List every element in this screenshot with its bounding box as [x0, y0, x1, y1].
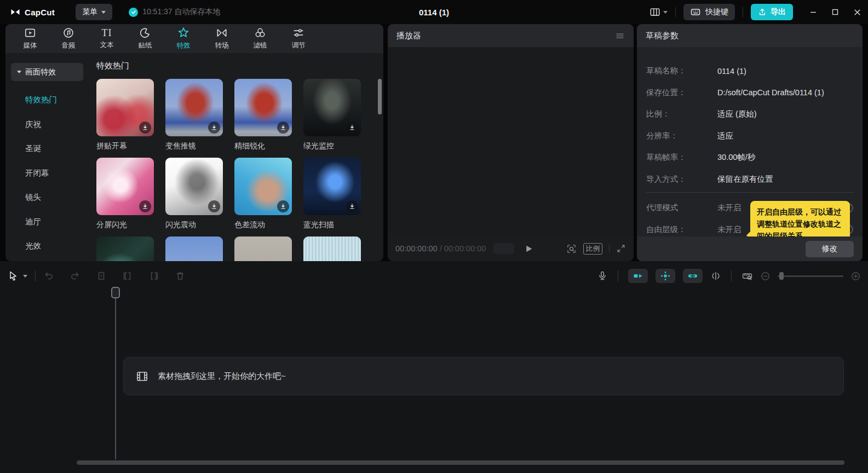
- timeline-ruler-icon[interactable]: [741, 270, 753, 282]
- sidebar-item-light[interactable]: 光效: [5, 234, 89, 258]
- linkage-toggle[interactable]: [656, 269, 675, 283]
- maximize-button[interactable]: [831, 8, 839, 16]
- layout-button[interactable]: [649, 6, 668, 18]
- playhead-line: [115, 298, 116, 459]
- effects-category-sidebar: 画面特效 特效热门 庆祝 圣诞 开闭幕 镜头 迪厅 光效: [5, 53, 89, 261]
- sidebar-item-lens[interactable]: 镜头: [5, 185, 89, 210]
- player-menu-icon[interactable]: [615, 31, 625, 41]
- record-voiceover-icon[interactable]: [597, 270, 608, 281]
- media-dropzone[interactable]: 素材拖拽到这里，开始你的大作吧~: [123, 357, 844, 395]
- timeline-zoom-slider[interactable]: [778, 275, 843, 277]
- ratio-button[interactable]: 比例: [583, 243, 602, 255]
- sidebar-item-christmas[interactable]: 圣诞: [5, 136, 89, 161]
- download-icon[interactable]: [208, 122, 220, 134]
- preview-axis-toggle[interactable]: [683, 269, 703, 283]
- playhead[interactable]: [111, 287, 120, 298]
- effect-thumbnail[interactable]: [303, 236, 361, 261]
- player-viewport[interactable]: [388, 47, 634, 236]
- download-icon[interactable]: [139, 122, 151, 134]
- effect-item[interactable]: 绿光监控: [303, 79, 361, 151]
- split-icon[interactable]: [96, 270, 107, 281]
- effect-item[interactable]: 色差流动: [234, 158, 292, 229]
- select-tool-button[interactable]: [8, 270, 27, 281]
- effect-thumbnail[interactable]: [165, 79, 223, 136]
- tab-transition[interactable]: 转场: [203, 24, 241, 53]
- autosave-status: 10:51:37 自动保存本地: [129, 7, 220, 17]
- playhead-handle[interactable]: [111, 287, 120, 298]
- effect-thumbnail[interactable]: [234, 236, 292, 261]
- trim-right-icon[interactable]: [148, 270, 159, 281]
- zoom-slider-handle[interactable]: [779, 272, 784, 280]
- download-icon[interactable]: [139, 200, 151, 212]
- effect-item[interactable]: 变焦推镜: [165, 79, 223, 151]
- fullscreen-icon[interactable]: [616, 244, 626, 253]
- mark-beat-icon[interactable]: [710, 270, 721, 281]
- effect-item[interactable]: [96, 236, 154, 261]
- tab-adjust[interactable]: 调节: [279, 24, 318, 53]
- effect-thumbnail[interactable]: [96, 79, 154, 136]
- effect-item[interactable]: [303, 236, 361, 261]
- tab-media[interactable]: 媒体: [11, 24, 49, 53]
- export-button[interactable]: 导出: [751, 4, 793, 20]
- effect-item[interactable]: 蓝光扫描: [303, 158, 361, 229]
- draft-row-name: 草稿名称： 0114 (1): [646, 60, 853, 82]
- player-title: 播放器: [396, 31, 421, 41]
- effect-item[interactable]: 闪光震动: [165, 158, 223, 229]
- tab-audio[interactable]: 音频: [49, 24, 88, 53]
- tab-effects[interactable]: 特效: [164, 24, 203, 53]
- download-icon[interactable]: [277, 200, 289, 212]
- play-button[interactable]: [524, 244, 533, 253]
- effect-thumbnail[interactable]: [303, 79, 361, 136]
- player-panel: 播放器 00:00:00:00 / 00:00:00:00 比例: [388, 24, 634, 261]
- close-button[interactable]: [853, 8, 861, 16]
- draft-row-import: 导入方式： 保留在原有位置: [646, 169, 853, 191]
- project-title: 0114 (1): [419, 8, 449, 17]
- redo-icon[interactable]: [70, 270, 81, 281]
- sidebar-item-hot[interactable]: 特效热门: [5, 88, 89, 112]
- download-icon[interactable]: [208, 200, 220, 212]
- snap-toggle[interactable]: [628, 269, 648, 283]
- effect-thumbnail[interactable]: [303, 158, 361, 215]
- effects-scrollbar[interactable]: [378, 79, 382, 114]
- tab-sticker[interactable]: 贴纸: [126, 24, 164, 53]
- effect-item[interactable]: 拼贴开幕: [96, 79, 154, 151]
- undo-icon[interactable]: [43, 270, 54, 281]
- preview-quality-icon[interactable]: [566, 244, 577, 254]
- category-group-screen-effects[interactable]: 画面特效: [11, 63, 83, 81]
- effect-item[interactable]: [234, 236, 292, 261]
- sidebar-item-celebrate[interactable]: 庆祝: [5, 112, 89, 137]
- chevron-down-icon: [101, 11, 106, 14]
- tab-filter[interactable]: 滤镜: [241, 24, 279, 53]
- minimize-button[interactable]: [809, 8, 817, 16]
- zoom-out-icon[interactable]: [761, 272, 770, 281]
- download-icon[interactable]: [346, 200, 358, 212]
- tab-text[interactable]: TI 文本: [88, 24, 126, 53]
- delete-icon[interactable]: [175, 270, 186, 281]
- check-icon: [129, 8, 138, 17]
- download-icon[interactable]: [346, 122, 358, 134]
- sidebar-item-disco[interactable]: 迪厅: [5, 210, 89, 234]
- trim-left-icon[interactable]: [122, 270, 133, 281]
- effect-thumbnail[interactable]: [96, 236, 154, 261]
- zoom-in-icon[interactable]: [851, 272, 860, 281]
- effect-item[interactable]: 分屏闪光: [96, 158, 154, 229]
- effect-thumbnail[interactable]: [234, 79, 292, 136]
- layout-icon: [649, 6, 661, 18]
- media-tabbar: 媒体 音频 TI 文本 贴纸 特效 转场 滤镜 调节: [5, 24, 383, 53]
- sidebar-item-openclose[interactable]: 开闭幕: [5, 161, 89, 186]
- divider: [618, 270, 618, 281]
- effect-thumbnail[interactable]: [165, 158, 223, 215]
- chevron-down-icon: [663, 11, 668, 14]
- timeline-scrollbar[interactable]: [77, 460, 844, 465]
- effect-item[interactable]: 精细锐化: [234, 79, 292, 151]
- download-icon[interactable]: [277, 122, 289, 134]
- effect-thumbnail[interactable]: [165, 236, 223, 261]
- draft-params-panel: 草稿参数 草稿名称： 0114 (1) 保存位置： D:/soft/CapCut…: [637, 24, 863, 261]
- effect-thumbnail[interactable]: [234, 158, 292, 215]
- shortcut-button[interactable]: 快捷键: [683, 4, 735, 20]
- menu-button[interactable]: 菜单: [76, 4, 112, 20]
- effect-item[interactable]: [165, 236, 223, 261]
- effect-thumbnail[interactable]: [96, 158, 154, 215]
- modify-button[interactable]: 修改: [806, 241, 854, 257]
- chevron-down-icon[interactable]: [23, 275, 27, 278]
